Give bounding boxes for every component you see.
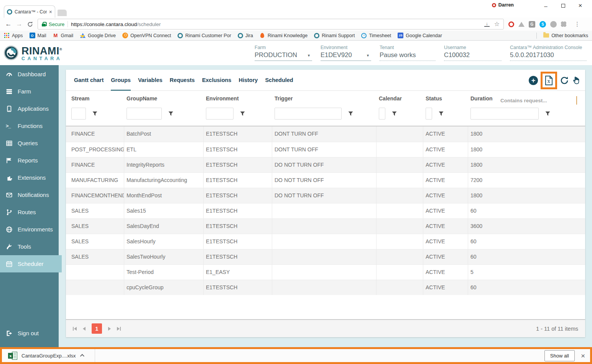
chrome-menu-icon[interactable]: ⋮: [574, 21, 580, 28]
sidebar-item-functions[interactable]: >_ Functions: [0, 117, 59, 134]
browser-tab[interactable]: Cantara™ - Console ×: [4, 5, 55, 18]
bookmark-google-drive[interactable]: Google Drive: [80, 33, 116, 38]
table-row[interactable]: FINANCEBatchPostE1TESTSCHDONT TURN OFFAC…: [66, 126, 585, 142]
sidebar-item-farm[interactable]: Farm: [0, 83, 59, 100]
pointer-hand-button[interactable]: [572, 75, 581, 85]
filter-funnel-icon[interactable]: [392, 111, 397, 116]
next-page-button[interactable]: [108, 327, 111, 331]
tab-groups[interactable]: Groups: [111, 70, 131, 91]
download-page-icon[interactable]: ↓: [484, 22, 490, 27]
bookmark-rinami-customer-portal[interactable]: Rinami Customer Por: [178, 33, 231, 38]
table-row[interactable]: SALESSalesTwoHourlyE1TESTSCHACTIVE60: [66, 249, 585, 264]
add-group-button[interactable]: +: [529, 76, 538, 85]
column-header-status[interactable]: Status: [423, 91, 468, 126]
extension-circle-icon[interactable]: [550, 21, 557, 28]
sidebar-item-routes[interactable]: Routes: [0, 203, 59, 221]
column-header-environment[interactable]: Environment: [204, 91, 272, 126]
bookmark-gmail[interactable]: MGmail: [53, 33, 73, 38]
column-header-groupname[interactable]: GroupName: [124, 91, 204, 126]
filter-funnel-icon[interactable]: [240, 111, 245, 116]
bookmark-star-icon[interactable]: ☆: [494, 21, 500, 27]
table-row[interactable]: FINANCEMONTHENDMonthEndPostE1TESTSCHDO N…: [66, 188, 585, 203]
filter-funnel-icon[interactable]: [92, 111, 97, 116]
table-row[interactable]: SALESSalesHourlyE1TESTSCHACTIVE60: [66, 234, 585, 249]
tab-requests[interactable]: Requests: [170, 70, 195, 91]
sidebar-item-scheduler[interactable]: Scheduler: [0, 255, 62, 272]
column-header-trigger[interactable]: Trigger: [272, 91, 377, 126]
extension-g-icon[interactable]: G: [529, 21, 535, 28]
address-bar[interactable]: Secure https://console.cantara.cloud/sch…: [38, 19, 504, 30]
show-all-downloads-button[interactable]: Show all: [544, 350, 575, 361]
minimize-button[interactable]: –: [537, 1, 554, 11]
sidebar-item-reports[interactable]: Reports: [0, 152, 59, 169]
tab-gantt-chart[interactable]: Gantt chart: [74, 70, 104, 91]
downloaded-file-chip[interactable]: x CantaraGroupExp....xlsx: [2, 349, 89, 362]
table-row[interactable]: SALESSalesDayEndE1TESTSCHACTIVE3600: [66, 218, 585, 234]
table-row[interactable]: Test-PeriodE1_EASYACTIVE5: [66, 264, 585, 280]
first-page-button[interactable]: [73, 327, 77, 331]
browser-profile[interactable]: Darren: [492, 2, 514, 8]
sidebar-item-applications[interactable]: Applications: [0, 100, 59, 117]
chevron-up-icon[interactable]: [80, 354, 84, 358]
bookmark-rinami-support[interactable]: Rinami Support: [314, 33, 355, 38]
environment-filter-input[interactable]: [206, 108, 234, 120]
filter-funnel-icon[interactable]: [168, 111, 173, 116]
tab-scheduled[interactable]: Scheduled: [265, 70, 293, 91]
bookmark-openvpn[interactable]: OpenVPN Connect: [122, 33, 171, 38]
close-download-bar-icon[interactable]: ×: [581, 352, 585, 359]
column-header-calendar[interactable]: Calendar: [377, 91, 423, 126]
sidebar-item-dashboard[interactable]: Dashboard: [0, 66, 59, 83]
bookmark-rinami-knowledge[interactable]: Rinami Knowledge: [260, 33, 308, 38]
calendar-filter-input[interactable]: [379, 108, 385, 120]
skype-extension-icon[interactable]: S: [539, 21, 546, 28]
trigger-filter-input[interactable]: [275, 108, 342, 120]
forward-button[interactable]: →: [14, 20, 25, 28]
bookmark-timesheet[interactable]: Timesheet: [361, 33, 391, 38]
sidebar-item-queries[interactable]: Queries: [0, 134, 59, 152]
bookmark-apps[interactable]: Apps: [4, 33, 23, 38]
farm-select[interactable]: Farm PRODUCTION ▼: [255, 45, 312, 61]
sidebar-item-tools[interactable]: Tools: [0, 238, 59, 255]
page-number-current[interactable]: 1: [92, 323, 102, 334]
close-window-button[interactable]: ×: [572, 1, 589, 11]
table-row[interactable]: POST_PROCESSINGETLE1TESTSCHDONT TURN OFF…: [66, 142, 585, 157]
rinami-icon: [178, 33, 183, 38]
table-row[interactable]: cpuCycleGroupE1TESTSCHACTIVE60: [66, 280, 585, 295]
sidebar-item-environments[interactable]: Environments: [0, 221, 59, 238]
refresh-button[interactable]: [560, 76, 569, 85]
column-header-stream[interactable]: Stream: [69, 91, 124, 126]
filter-funnel-icon[interactable]: [348, 111, 353, 116]
reload-button[interactable]: [25, 21, 35, 28]
filter-funnel-icon[interactable]: [545, 111, 550, 116]
tab-exclusions[interactable]: Exclusions: [202, 70, 232, 91]
back-button[interactable]: ←: [3, 20, 14, 28]
tab-close-icon[interactable]: ×: [49, 9, 52, 15]
contains-request-filter-input[interactable]: [470, 108, 539, 120]
sidebar-item-notifications[interactable]: Notifications: [0, 186, 59, 203]
sign-out-button[interactable]: Sign out: [0, 325, 59, 342]
table-row[interactable]: FINANCEIntegrityReportsE1TESTSCHDO NOT T…: [66, 157, 585, 172]
environment-select[interactable]: Environment E1DEV920 ▼: [321, 45, 371, 61]
filter-funnel-icon[interactable]: [439, 111, 444, 116]
extension-triangle-icon[interactable]: [518, 22, 525, 27]
maximize-button[interactable]: [554, 1, 572, 11]
groupname-filter-input[interactable]: [127, 108, 162, 120]
sidebar-item-extensions[interactable]: Extensions: [0, 169, 59, 186]
tab-history[interactable]: History: [238, 70, 258, 91]
last-page-button[interactable]: [117, 327, 121, 331]
stream-filter-input[interactable]: [71, 108, 86, 120]
other-bookmarks[interactable]: Other bookmarks: [543, 33, 588, 38]
extension-ring-icon[interactable]: [508, 21, 514, 27]
tab-variables[interactable]: Variables: [138, 70, 163, 91]
table-row[interactable]: SALESSales15E1TESTSCHACTIVE60: [66, 203, 585, 218]
bookmark-jira[interactable]: Jira: [238, 33, 253, 38]
previous-page-button[interactable]: [83, 327, 86, 331]
bookmark-google-calendar[interactable]: 25Google Calendar: [398, 33, 442, 38]
bookmark-mail[interactable]: OMail: [30, 33, 46, 38]
new-tab-button[interactable]: [58, 10, 67, 16]
status-filter-input[interactable]: [426, 108, 432, 120]
extension-clover-icon[interactable]: [561, 21, 566, 27]
column-header-duration[interactable]: Duration Contains request...: [468, 91, 581, 126]
table-row[interactable]: MANUFACTURINGManufacturingAccountingE1TE…: [66, 172, 585, 188]
export-excel-button[interactable]: x: [545, 75, 553, 85]
